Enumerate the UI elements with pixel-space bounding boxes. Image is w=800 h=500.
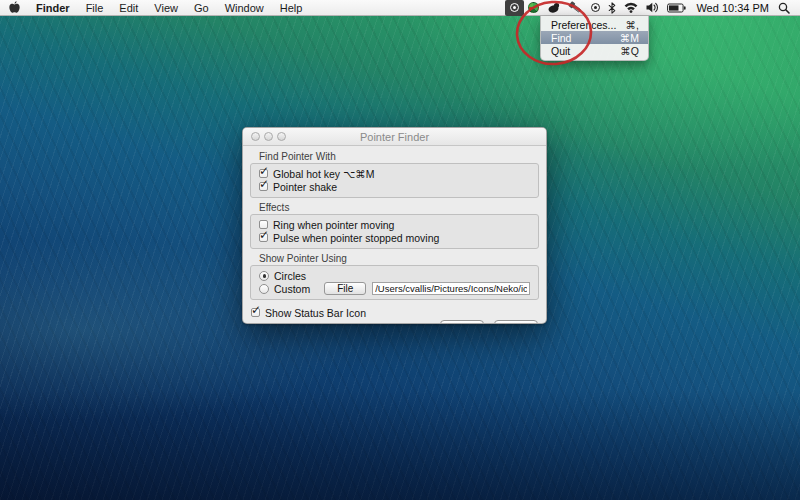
radio-label: Circles [274, 270, 306, 282]
wifi-status-icon[interactable] [620, 0, 642, 16]
radio-custom[interactable] [259, 284, 269, 294]
pointer-finder-window: Pointer Finder Find Pointer With Global … [242, 127, 547, 324]
minimize-window-button[interactable] [264, 132, 273, 141]
checkbox-row-pointer-shake[interactable]: Pointer shake [259, 180, 530, 193]
menu-bar: Finder File Edit View Go Window Help [0, 0, 800, 16]
radio-circles[interactable] [259, 271, 269, 281]
checkbox-label: Pointer shake [273, 181, 337, 193]
volume-icon [646, 2, 659, 13]
menu-item-find[interactable]: Find ⌘M [541, 31, 648, 44]
menu-item-label: Quit [551, 45, 570, 57]
menu-finder[interactable]: Finder [36, 2, 70, 14]
close-window-button[interactable] [251, 132, 260, 141]
checkbox-pulse-when-stopped[interactable] [259, 233, 268, 242]
traffic-lights [251, 132, 286, 141]
radio-row-circles[interactable]: Circles [259, 269, 530, 282]
checkbox-label: Global hot key ⌥⌘M [273, 168, 374, 180]
apple-menu[interactable] [9, 0, 20, 16]
menu-help[interactable]: Help [280, 2, 303, 14]
custom-icon-path-input[interactable] [372, 282, 530, 295]
bluetooth-status-icon[interactable] [604, 0, 620, 16]
radio-row-custom[interactable]: Custom File [259, 282, 530, 295]
status-dropdown-menu: Preferences... ⌘, Find ⌘M Quit ⌘Q [540, 16, 649, 61]
flashlight-status-icon[interactable] [564, 0, 587, 16]
group-label-effects: Effects [259, 202, 539, 213]
checkbox-label: Show Status Bar Icon [265, 307, 366, 319]
footer-buttons: Close Quit [250, 320, 539, 324]
menu-item-shortcut: ⌘M [620, 32, 639, 44]
apple-logo-icon [9, 1, 20, 14]
window-titlebar[interactable]: Pointer Finder [243, 128, 546, 146]
cat-icon [547, 2, 560, 13]
checkbox-label: Pulse when pointer stopped moving [273, 232, 439, 244]
checkbox-row-ring-when-moving[interactable]: Ring when pointer moving [259, 218, 530, 231]
volume-status-icon[interactable] [642, 0, 663, 16]
cat-status-icon[interactable] [543, 0, 564, 16]
target-icon [591, 3, 600, 12]
circle-dot-icon [510, 3, 519, 12]
bluetooth-icon [608, 2, 616, 14]
menu-item-preferences[interactable]: Preferences... ⌘, [541, 18, 648, 31]
menu-item-label: Preferences... [551, 19, 616, 31]
quit-button[interactable]: Quit [494, 320, 538, 324]
checkbox-pointer-shake[interactable] [259, 182, 268, 191]
menu-window[interactable]: Window [225, 2, 264, 14]
window-title: Pointer Finder [243, 131, 546, 143]
checkbox-row-show-status-bar-icon[interactable]: Show Status Bar Icon [250, 306, 539, 319]
menu-bar-left: Finder File Edit View Go Window Help [9, 0, 302, 16]
menu-bar-status-area: Wed 10:34 PM [505, 0, 794, 16]
desktop-wallpaper: Finder File Edit View Go Window Help [0, 0, 800, 500]
search-icon [778, 2, 790, 14]
menu-bar-clock[interactable]: Wed 10:34 PM [696, 2, 769, 14]
spotlight-status-icon[interactable] [774, 0, 794, 16]
close-button[interactable]: Close [440, 320, 484, 324]
checkbox-label: Ring when pointer moving [273, 219, 394, 231]
wifi-icon [624, 2, 638, 13]
checkbox-row-global-hot-key[interactable]: Global hot key ⌥⌘M [259, 167, 530, 180]
menu-view[interactable]: View [154, 2, 178, 14]
target-status-icon[interactable] [587, 0, 604, 16]
menu-item-shortcut: ⌘Q [620, 45, 639, 57]
checkbox-show-status-bar-icon[interactable] [251, 308, 260, 317]
window-content: Find Pointer With Global hot key ⌥⌘M Poi… [243, 146, 546, 324]
colored-app-status-icon[interactable] [524, 0, 543, 16]
radio-label: Custom [274, 283, 310, 295]
group-box-show-pointer-using: Circles Custom File [250, 265, 539, 300]
menu-item-shortcut: ⌘, [626, 19, 639, 31]
zoom-window-button[interactable] [277, 132, 286, 141]
colored-dot-icon [528, 2, 539, 13]
menu-file[interactable]: File [86, 2, 104, 14]
menu-edit[interactable]: Edit [119, 2, 138, 14]
group-box-effects: Ring when pointer moving Pulse when poin… [250, 214, 539, 249]
group-label-show-pointer-using: Show Pointer Using [259, 253, 539, 264]
pointer-finder-status-icon[interactable] [505, 0, 524, 16]
checkbox-row-pulse-when-stopped[interactable]: Pulse when pointer stopped moving [259, 231, 530, 244]
battery-icon [667, 3, 686, 13]
menu-item-quit[interactable]: Quit ⌘Q [541, 44, 648, 57]
file-button[interactable]: File [324, 282, 366, 295]
flashlight-icon [568, 1, 583, 14]
battery-status-icon[interactable] [663, 0, 690, 16]
group-label-find-pointer-with: Find Pointer With [259, 151, 539, 162]
group-box-find-pointer-with: Global hot key ⌥⌘M Pointer shake [250, 163, 539, 198]
menu-item-label: Find [551, 32, 571, 44]
menu-go[interactable]: Go [194, 2, 209, 14]
